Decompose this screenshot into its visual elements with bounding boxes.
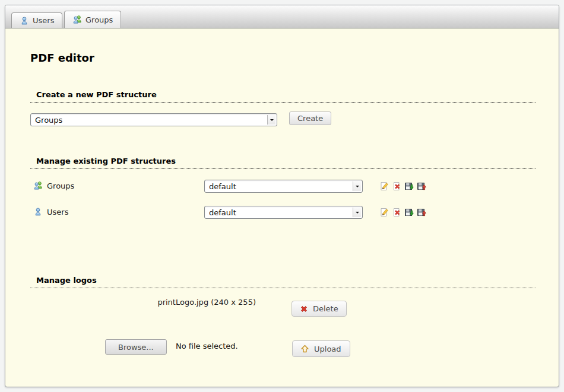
export-floppy-down-icon [404, 208, 414, 217]
main-panel: Users Groups PDF editor Create a new PDF… [5, 5, 559, 387]
delete-structure-button[interactable] [391, 207, 401, 217]
group-icon [33, 181, 43, 190]
delete-document-icon [392, 181, 401, 191]
structure-type-select[interactable]: Groups [30, 113, 277, 126]
group-icon [72, 15, 82, 24]
tab-groups[interactable]: Groups [64, 11, 121, 28]
user-icon [33, 207, 43, 216]
import-floppy-up-icon [417, 208, 426, 217]
red-x-icon [300, 305, 308, 313]
page-title: PDF editor [30, 52, 94, 64]
import-structure-button[interactable] [416, 181, 426, 191]
delete-label: Delete [313, 304, 338, 313]
import-structure-button[interactable] [416, 207, 426, 217]
chevron-down-icon [353, 181, 361, 191]
structure-row-users: Users default [5, 206, 559, 219]
export-floppy-down-icon [404, 181, 414, 191]
groups-structure-value: default [209, 182, 236, 191]
manage-section-heading: Manage existing PDF structures [30, 157, 536, 169]
import-floppy-up-icon [417, 181, 426, 191]
groups-structure-select[interactable]: default [204, 180, 363, 193]
delete-structure-button[interactable] [391, 181, 401, 191]
edit-structure-button[interactable] [379, 181, 389, 191]
structure-type-value: Groups [35, 116, 62, 125]
pencil-icon [379, 181, 389, 191]
export-structure-button[interactable] [404, 207, 414, 217]
delete-logo-button[interactable]: Delete [291, 301, 347, 317]
row-label-groups: Groups [47, 181, 74, 190]
structure-row-groups: Groups default [5, 180, 559, 193]
up-arrow-icon [301, 345, 309, 353]
content-area: PDF editor Create a new PDF structure Gr… [5, 29, 559, 387]
tab-bar: Users Groups [5, 5, 559, 28]
row-actions-groups [379, 181, 426, 191]
delete-document-icon [392, 208, 401, 217]
file-status-text: No file selected. [176, 342, 238, 350]
tab-users-label: Users [33, 16, 54, 25]
upload-label: Upload [314, 345, 341, 353]
users-structure-value: default [209, 208, 236, 217]
export-structure-button[interactable] [404, 181, 414, 191]
logos-section-heading: Manage logos [30, 276, 536, 288]
chevron-down-icon [353, 208, 361, 217]
create-button[interactable]: Create [289, 111, 331, 125]
create-section-heading: Create a new PDF structure [30, 90, 536, 103]
user-icon [20, 16, 29, 26]
chevron-down-icon [267, 115, 275, 125]
tab-users[interactable]: Users [11, 12, 62, 28]
pencil-icon [379, 208, 389, 217]
current-logo-label: printLogo.jpg (240 x 255) [124, 298, 256, 307]
edit-structure-button[interactable] [379, 207, 389, 217]
browse-file-button[interactable]: Browse... [105, 339, 167, 355]
tab-groups-label: Groups [85, 15, 113, 24]
row-label-users: Users [47, 208, 68, 216]
upload-button[interactable]: Upload [292, 340, 350, 357]
row-actions-users [379, 207, 426, 217]
users-structure-select[interactable]: default [204, 206, 363, 219]
